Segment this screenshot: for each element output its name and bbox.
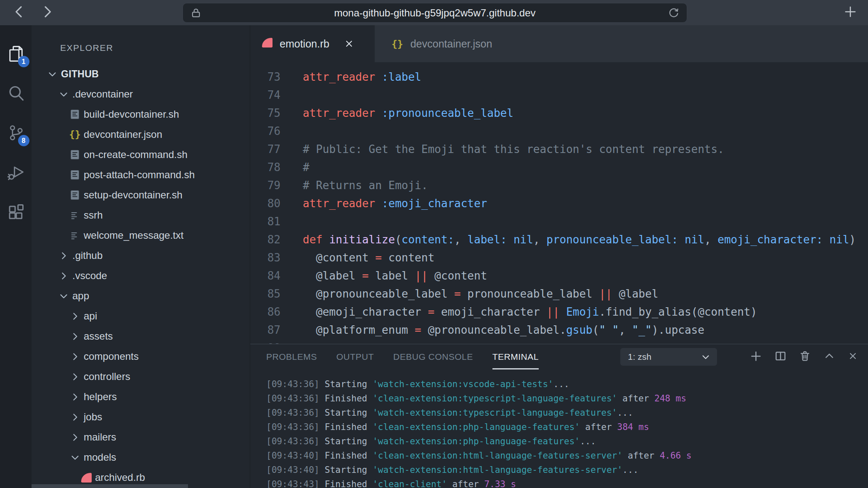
kill-terminal-button[interactable]: [799, 350, 811, 364]
tree-item-label: setup-devcontainer.sh: [83, 189, 183, 201]
tree-item-models[interactable]: models: [32, 447, 250, 467]
code-text: [281, 213, 303, 231]
tree-item-label: controllers: [83, 371, 130, 382]
editor-tab-emotion.rb[interactable]: emotion.rb: [250, 25, 375, 62]
refresh-icon[interactable]: [667, 7, 680, 19]
code-line[interactable]: 79# Returns an Emoji.: [250, 177, 868, 195]
tree-item-label: ssrh: [83, 209, 103, 221]
ruby-icon: [262, 38, 273, 50]
tree-item-label: mailers: [83, 431, 116, 443]
tree-item-label: jobs: [83, 411, 102, 423]
trash-icon: [799, 350, 811, 364]
tree-item-build-devcontainer.sh[interactable]: build-devcontainer.sh: [32, 104, 250, 124]
code-line[interactable]: 77# Public: Get the Emoji that this reac…: [250, 140, 868, 158]
activity-item-extensions[interactable]: [6, 203, 26, 223]
terminal-shell-select[interactable]: 1: zsh: [620, 348, 717, 366]
close-icon: [848, 351, 858, 363]
tree-item-ssrh[interactable]: ssrh: [32, 205, 250, 225]
line-number: 74: [250, 86, 281, 104]
tree-item-controllers[interactable]: controllers: [32, 367, 250, 387]
panel-header: PROBLEMSOUTPUTDEBUG CONSOLETERMINAL1: zs…: [250, 344, 868, 369]
line-number: 80: [250, 195, 281, 213]
chevron-right-icon: [56, 271, 71, 281]
tree-item-label: .devcontainer: [71, 88, 133, 100]
code-line[interactable]: 84 @label = label || @content: [250, 267, 868, 285]
activity-item-search[interactable]: [6, 84, 26, 104]
code-line[interactable]: 76: [250, 122, 868, 140]
code-line[interactable]: 74: [250, 86, 868, 104]
tree-item-.github[interactable]: .github: [32, 245, 250, 266]
split-terminal-button[interactable]: [775, 350, 786, 364]
shell-file-icon: [67, 169, 83, 181]
activity-item-run-and-debug[interactable]: [6, 163, 26, 183]
tree-item-setup-devcontainer.sh[interactable]: setup-devcontainer.sh: [32, 185, 250, 205]
close-panel-button[interactable]: [848, 351, 858, 363]
tree-item-welcome_message.txt[interactable]: welcome_message.txt: [32, 225, 250, 245]
code-line[interactable]: 75attr_reader :pronounceable_label: [250, 104, 868, 122]
code-line[interactable]: 81: [250, 213, 868, 231]
terminal-line: [09:43:36] Starting 'watch-extension:vsc…: [266, 377, 868, 391]
shell-file-icon: [67, 108, 83, 120]
chevron-right-icon: [56, 251, 71, 261]
tree-item-.devcontainer[interactable]: .devcontainer: [32, 84, 250, 104]
maximize-panel-button[interactable]: [823, 350, 835, 364]
sidebar-horizontal-scrollbar[interactable]: [32, 484, 188, 488]
tree-item-.vscode[interactable]: .vscode: [32, 266, 250, 286]
tree-item-GITHUB[interactable]: GITHUB: [32, 64, 250, 84]
code-line[interactable]: 87 @platform_enum = @pronounceable_label…: [250, 321, 868, 339]
code-text: # Returns an Emoji.: [281, 177, 428, 195]
panel-tab-debug-console[interactable]: DEBUG CONSOLE: [393, 344, 473, 369]
tree-item-components[interactable]: components: [32, 346, 250, 367]
search-icon: [6, 84, 26, 105]
browser-back-button[interactable]: [11, 4, 28, 21]
line-number: 77: [250, 140, 281, 158]
tree-item-post-attach-command.sh[interactable]: post-attach-command.sh: [32, 165, 250, 185]
new-terminal-button[interactable]: [750, 350, 762, 364]
activity-item-source-control[interactable]: 8: [6, 124, 26, 144]
panel-tab-terminal[interactable]: TERMINAL: [492, 344, 539, 369]
chevron-right-icon: [67, 331, 83, 342]
tree-item-api[interactable]: api: [32, 306, 250, 326]
browser-chrome: mona-github-github-g59jpq2w5w7.github.de…: [0, 0, 868, 25]
code-line[interactable]: 78#: [250, 158, 868, 177]
panel-actions: [750, 350, 858, 364]
code-line[interactable]: 83 @content = content: [250, 249, 868, 267]
badge-count: 8: [18, 135, 29, 146]
browser-forward-button[interactable]: [39, 4, 56, 21]
url-bar[interactable]: mona-github-github-g59jpq2w5w7.github.de…: [183, 3, 687, 23]
editor-tab-devcontainer.json[interactable]: {}devcontainer.json: [375, 25, 504, 62]
panel-tab-output[interactable]: OUTPUT: [336, 344, 374, 369]
terminal-output[interactable]: [09:43:36] Starting 'watch-extension:vsc…: [250, 369, 868, 488]
code-line[interactable]: 86 @emoji_character = emoji_character ||…: [250, 303, 868, 321]
line-number: 82: [250, 231, 281, 249]
url-text: mona-github-github-g59jpq2w5w7.github.de…: [202, 7, 667, 19]
code-text: @content = content: [281, 249, 434, 267]
line-number: 81: [250, 213, 281, 231]
code-editor[interactable]: 73attr_reader :label7475attr_reader :pro…: [250, 62, 868, 344]
code-line[interactable]: 73attr_reader :label: [250, 68, 868, 86]
close-icon[interactable]: [344, 39, 354, 49]
line-number: 76: [250, 122, 281, 140]
code-line[interactable]: 80attr_reader :emoji_character: [250, 195, 868, 213]
tree-item-label: on-create-command.sh: [83, 149, 188, 161]
code-line[interactable]: 85 @pronounceable_label = pronounceable_…: [250, 285, 868, 303]
line-number: 79: [250, 177, 281, 195]
tree-item-jobs[interactable]: jobs: [32, 407, 250, 427]
code-text: [281, 86, 303, 104]
tree-item-app[interactable]: app: [32, 286, 250, 306]
new-tab-button[interactable]: [842, 4, 859, 21]
tree-item-label: api: [83, 310, 97, 322]
panel-tab-problems[interactable]: PROBLEMS: [266, 344, 317, 369]
shell-file-icon: [67, 149, 83, 161]
code-line[interactable]: 82def initialize(content:, label: nil, p…: [250, 231, 868, 249]
code-text: @pronounceable_label = pronounceable_lab…: [281, 285, 658, 303]
tree-item-mailers[interactable]: mailers: [32, 427, 250, 447]
activity-item-explorer[interactable]: 1: [6, 45, 26, 65]
chevron-down-icon: [67, 452, 83, 463]
tree-item-on-create-command.sh[interactable]: on-create-command.sh: [32, 145, 250, 165]
code-line[interactable]: 88: [250, 339, 868, 344]
tree-item-helpers[interactable]: helpers: [32, 387, 250, 407]
code-text: @platform_enum = @pronounceable_label.gs…: [281, 321, 704, 339]
tree-item-assets[interactable]: assets: [32, 326, 250, 346]
tree-item-devcontainer.json[interactable]: {}devcontainer.json: [32, 124, 250, 145]
